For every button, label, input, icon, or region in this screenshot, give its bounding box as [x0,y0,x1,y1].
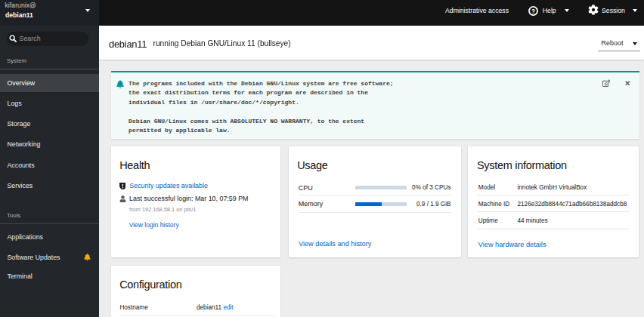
svg-text:?: ? [531,8,535,14]
